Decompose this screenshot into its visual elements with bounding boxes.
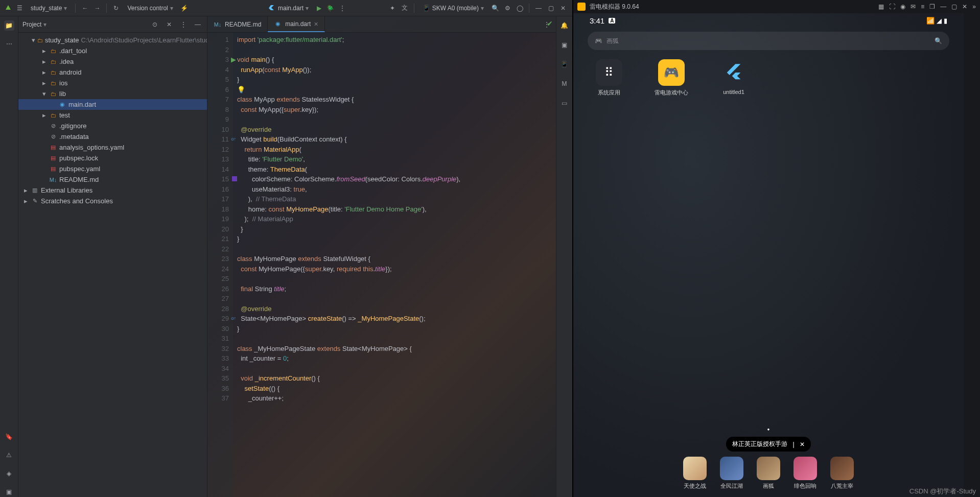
tree-item--dart-tool[interactable]: ▸🗀.dart_tool [18,45,207,56]
emu-tool-2-icon[interactable]: ⛶ [889,3,895,10]
flash-icon[interactable]: ⚡ [179,3,190,13]
gem-tool-icon[interactable]: ◈ [4,468,14,479]
bookmark-tool-icon[interactable]: 🔖 [4,432,14,442]
dock-app-八荒主宰[interactable]: 八荒主宰 [830,457,854,490]
tab-readme-md[interactable]: M↓README.md [207,16,268,32]
left-tool-rail: 📁 ⋯ 🔖 ⚠ ◈ ▣ [0,16,18,497]
nav-fwd-icon[interactable]: → [92,3,102,13]
project-panel-title[interactable]: Project ▾ [22,21,46,28]
tree-item-android[interactable]: ▸🗀android [18,67,207,78]
emu-expand-icon[interactable]: » [972,3,976,10]
problems-tool-icon[interactable]: ⚠ [4,450,14,460]
tree-item-test[interactable]: ▸🗀test [18,110,207,121]
project-selector[interactable]: study_state ▾ [27,3,71,14]
tree-item-main-dart[interactable]: ◉main.dart [18,99,207,110]
tree-item-readme-md[interactable]: M↓README.md [18,174,207,185]
run-config-selector[interactable]: main.dart ▾ [265,3,313,14]
more-run-icon[interactable]: ⋮ [337,3,347,13]
dock-app-天使之战[interactable]: 天使之战 [683,457,707,490]
search-go-icon[interactable]: 🔍 [935,37,942,44]
emu-minimize-icon[interactable]: — [940,3,946,10]
tooltip-close-icon[interactable]: ✕ [800,441,805,448]
emu-tool-multi-icon[interactable]: ❐ [929,3,935,10]
translate-icon[interactable]: 文 [400,3,410,13]
app-grid: ⠿系统应用🎮雷电游戏中心untitled1 [588,59,949,97]
debug-button[interactable]: 🪲 [325,3,335,13]
topbar: ☰ study_state ▾ ← → ↻ Version control ▾ … [0,0,572,16]
app-系统应用[interactable]: ⠿系统应用 [591,59,627,97]
project-tree[interactable]: ▾🗀study_state C:\Android\StudioProjects\… [18,33,207,497]
tree-item-lib[interactable]: ▾🗀lib [18,88,207,99]
analysis-ok-icon[interactable]: ✔ [547,19,553,28]
project-panel-header: Project ▾ ⊙ ✕ ⋮ — [18,16,207,33]
ld-logo-icon [577,3,586,11]
collapse-all-icon[interactable]: ✕ [164,19,174,30]
ide-window: ☰ study_state ▾ ← → ↻ Version control ▾ … [0,0,572,497]
tree-item-pubspec-lock[interactable]: ▤pubspec.lock [18,153,207,163]
lang-badge: A [609,18,615,23]
code-editor[interactable]: 12▶345678910o↑11121314151617181920212223… [207,33,556,497]
tree-item--gitignore[interactable]: ⊘.gitignore [18,121,207,131]
emu-tool-4-icon[interactable]: ✉ [911,3,916,10]
close-window-icon[interactable]: ✕ [558,3,568,13]
tree-item-scratches-and-consoles[interactable]: ▸✎Scratches and Consoles [18,196,207,206]
android-status-bar: 3:41 A 📶 ◢ ▮ [588,13,949,28]
main-menu-icon[interactable]: ☰ [14,3,25,13]
notifications-icon[interactable]: 🔔 [559,20,570,31]
launcher-search[interactable]: 🎮 画狐 🔍 [588,32,949,50]
project-tool-icon[interactable]: 📁 [4,20,14,31]
tree-item-external-libraries[interactable]: ▸▥External Libraries [18,185,207,196]
emulator-window: 雷电模拟器 9.0.64 ▦ ⛶ ◉ ✉ ≡ ❐ — ▢ ✕ » 3:41 A … [572,0,980,497]
device-mgr-icon[interactable]: 📱 [559,59,570,69]
dock-app-全民江湖[interactable]: 全民江湖 [720,457,743,490]
minimize-icon[interactable]: — [533,3,544,13]
watermark-text: CSDN @初学者-Study [909,487,976,496]
dock-app-绯色回响[interactable]: 绯色回响 [794,457,817,490]
gradle-icon[interactable]: M [559,79,570,89]
select-opened-icon[interactable]: ⊙ [150,19,160,30]
tree-item-study-state[interactable]: ▾🗀study_state C:\Android\StudioProjects\… [18,35,207,45]
app-雷电游戏中心[interactable]: 🎮雷电游戏中心 [653,59,690,97]
emulator-screen[interactable]: 3:41 A 📶 ◢ ▮ 🎮 画狐 🔍 ⠿系统应用🎮雷电游戏中心untitled… [573,13,964,497]
promo-tooltip[interactable]: 林正英正版授权手游 | ✕ [726,437,810,452]
sync-icon[interactable]: ↻ [111,3,121,13]
tab-main-dart[interactable]: ◉main.dart× [268,16,324,32]
ide-body: 📁 ⋯ 🔖 ⚠ ◈ ▣ Project ▾ ⊙ ✕ ⋮ — ▾🗀study_st… [0,16,572,497]
maximize-icon[interactable]: ▢ [546,3,556,13]
flutter-inspector-icon[interactable]: ▣ [559,40,570,50]
flutter-icon [269,5,276,12]
nav-back-icon[interactable]: ← [80,3,90,13]
right-tool-rail: 🔔 ▣ 📱 M ▭ [556,16,572,497]
terminal-tool-icon[interactable]: ▣ [4,487,14,497]
emu-tool-1-icon[interactable]: ▦ [878,3,884,10]
tree-item--idea[interactable]: ▸🗀.idea [18,56,207,67]
vcs-dropdown[interactable]: Version control ▾ [123,3,177,14]
emu-tool-menu-icon[interactable]: ≡ [921,3,924,10]
app-untitled1[interactable]: untitled1 [715,59,752,97]
close-tab-icon[interactable]: × [314,20,318,28]
more-tools-icon[interactable]: ⋯ [4,39,14,49]
dock-app-画狐[interactable]: 画狐 [757,457,780,490]
search-icon[interactable]: 🔍 [490,3,500,13]
dock-area: ● 林正英正版授权手游 | ✕ 天使之战全民江湖画狐绯色回响八荒主宰 [588,427,949,497]
hide-panel-icon[interactable]: — [193,19,203,30]
run-button[interactable]: ▶ [315,4,323,12]
copilot-icon[interactable]: ✦ [387,3,398,13]
emu-maximize-icon[interactable]: ▢ [951,3,957,10]
device-selector[interactable]: 📱 SKW A0 (mobile) ▾ [418,3,488,14]
tree-item-pubspec-yaml[interactable]: ▤pubspec.yaml [18,163,207,174]
tree-item-ios[interactable]: ▸🗀ios [18,78,207,88]
emu-tool-3-icon[interactable]: ◉ [900,3,905,10]
editor-tabs: M↓README.md◉main.dart×⋮ [207,16,556,33]
emu-close-icon[interactable]: ✕ [962,3,967,10]
tree-item--metadata[interactable]: ⊘.metadata [18,131,207,142]
battery-icon: ▮ [944,17,947,25]
panel-options-icon[interactable]: ⋮ [178,19,189,30]
android-studio-logo [4,4,12,12]
tree-item-analysis-options-yaml[interactable]: ▤analysis_options.yaml [18,142,207,153]
page-indicator: ● [767,427,770,432]
account-icon[interactable]: ◯ [515,3,525,13]
tooltip-text: 林正英正版授权手游 [732,440,787,448]
settings-icon[interactable]: ⚙ [502,3,512,13]
emulator-tool-icon[interactable]: ▭ [559,98,570,108]
